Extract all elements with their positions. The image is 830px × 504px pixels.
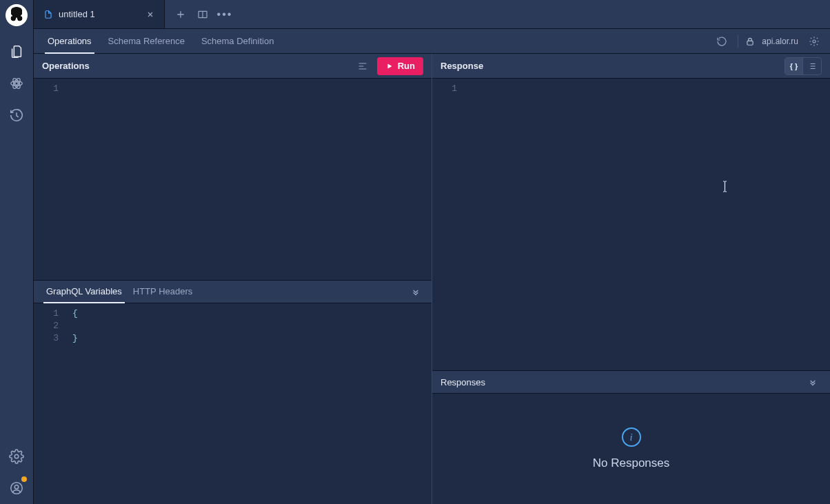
- svg-point-6: [14, 485, 19, 489]
- gutter: 1: [34, 79, 67, 280]
- prettify-button[interactable]: [354, 57, 372, 75]
- operations-panel-header: Operations Run: [34, 54, 432, 79]
- subtab-operations[interactable]: Operations: [41, 29, 99, 54]
- subtab-schema-reference[interactable]: Schema Reference: [101, 29, 192, 54]
- main-area: untitled 1 ••• Operations Schema Ref: [34, 0, 830, 504]
- refetch-schema-button[interactable]: [713, 32, 731, 50]
- no-responses-label: No Responses: [593, 456, 670, 470]
- svg-point-4: [14, 454, 19, 458]
- line-number: 1: [432, 83, 457, 95]
- activity-history[interactable]: [0, 99, 34, 131]
- connection-settings-button[interactable]: [805, 32, 823, 50]
- code-line: {: [72, 308, 432, 320]
- ellipsis-icon: •••: [217, 9, 233, 20]
- responses-title: Responses: [441, 377, 485, 387]
- activity-bar: [0, 0, 34, 504]
- svg-rect-8: [747, 41, 753, 45]
- gutter: 1 2 3: [34, 303, 67, 505]
- tab-strip: untitled 1 •••: [34, 0, 830, 29]
- activity-account[interactable]: [0, 472, 34, 504]
- line-number: 1: [34, 83, 59, 95]
- response-view-toggle: { }: [785, 57, 822, 75]
- operations-title: Operations: [42, 61, 348, 71]
- line-number: 1: [34, 308, 59, 320]
- operations-editor[interactable]: 1: [34, 79, 432, 280]
- new-tab-button[interactable]: [172, 6, 190, 23]
- response-panel-header: Response { }: [432, 54, 830, 79]
- line-number: 3: [34, 332, 59, 345]
- notification-dot-icon: [21, 476, 27, 482]
- workspace-tabs: Operations Schema Reference Schema Defin…: [34, 29, 830, 54]
- subtab-schema-definition[interactable]: Schema Definition: [194, 29, 281, 54]
- collapse-responses-button[interactable]: [804, 373, 822, 391]
- response-title: Response: [441, 61, 779, 71]
- tab-http-headers[interactable]: HTTP Headers: [128, 280, 198, 303]
- responses-panel-header: Responses: [432, 370, 830, 394]
- response-editor[interactable]: 1: [432, 79, 830, 370]
- variables-panel-tabs: GraphQL Variables HTTP Headers: [34, 280, 432, 303]
- tab-graphql-variables[interactable]: GraphQL Variables: [41, 280, 128, 303]
- info-icon: i: [622, 427, 641, 447]
- svg-point-9: [813, 40, 816, 43]
- view-json-button[interactable]: { }: [785, 58, 803, 74]
- tab-untitled-1[interactable]: untitled 1: [34, 0, 165, 28]
- split-editor-button[interactable]: [194, 6, 212, 23]
- divider: [738, 35, 738, 48]
- view-list-button[interactable]: [803, 58, 821, 74]
- responses-empty-state: i No Responses: [432, 394, 830, 504]
- braces-icon: { }: [790, 62, 798, 70]
- activity-schema[interactable]: [0, 68, 34, 99]
- run-button[interactable]: Run: [377, 57, 423, 75]
- code-line: }: [72, 332, 432, 345]
- variables-editor[interactable]: 1 2 3 { }: [34, 303, 432, 505]
- tab-close-button[interactable]: [145, 9, 156, 20]
- endpoint-url[interactable]: api.alor.ru: [762, 37, 798, 46]
- more-actions-button[interactable]: •••: [216, 6, 234, 23]
- gutter: 1: [432, 79, 465, 370]
- code-line: [72, 320, 432, 332]
- activity-files[interactable]: [0, 36, 34, 68]
- app-logo: [6, 4, 28, 26]
- collapse-variables-button[interactable]: [407, 283, 425, 301]
- document-icon: [43, 10, 53, 19]
- activity-settings[interactable]: [0, 441, 34, 472]
- lock-icon: [745, 37, 755, 46]
- line-number: 2: [34, 320, 59, 332]
- tab-label: untitled 1: [59, 9, 139, 19]
- svg-point-0: [15, 82, 19, 85]
- run-label: Run: [398, 61, 415, 71]
